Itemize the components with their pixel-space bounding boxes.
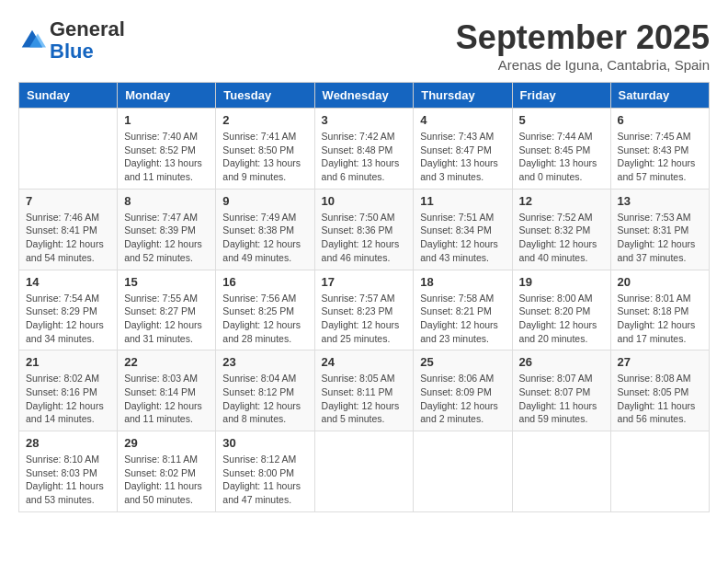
- day-number: 5: [519, 113, 604, 127]
- day-number: 11: [420, 194, 505, 208]
- day-info: Sunrise: 8:00 AM Sunset: 8:20 PM Dayligh…: [519, 292, 604, 346]
- day-cell: [414, 431, 512, 512]
- logo-icon: [18, 27, 46, 54]
- col-header-monday: Monday: [118, 83, 216, 109]
- week-row-5: 28Sunrise: 8:10 AM Sunset: 8:03 PM Dayli…: [19, 431, 710, 512]
- day-info: Sunrise: 8:03 AM Sunset: 8:14 PM Dayligh…: [124, 372, 209, 426]
- day-number: 4: [420, 113, 505, 127]
- day-number: 30: [222, 436, 307, 450]
- day-info: Sunrise: 7:53 AM Sunset: 8:31 PM Dayligh…: [618, 211, 702, 265]
- week-row-2: 7Sunrise: 7:46 AM Sunset: 8:41 PM Daylig…: [19, 189, 710, 270]
- day-number: 1: [124, 113, 209, 127]
- day-info: Sunrise: 8:12 AM Sunset: 8:00 PM Dayligh…: [222, 453, 307, 507]
- day-cell: 30Sunrise: 8:12 AM Sunset: 8:00 PM Dayli…: [216, 431, 314, 512]
- day-number: 12: [519, 194, 604, 208]
- day-info: Sunrise: 8:06 AM Sunset: 8:09 PM Dayligh…: [420, 372, 505, 426]
- day-cell: 4Sunrise: 7:43 AM Sunset: 8:47 PM Daylig…: [414, 109, 512, 190]
- day-cell: 12Sunrise: 7:52 AM Sunset: 8:32 PM Dayli…: [512, 189, 610, 270]
- day-info: Sunrise: 7:44 AM Sunset: 8:45 PM Dayligh…: [519, 130, 604, 184]
- day-cell: 9Sunrise: 7:49 AM Sunset: 8:38 PM Daylig…: [216, 189, 314, 270]
- day-cell: 15Sunrise: 7:55 AM Sunset: 8:27 PM Dayli…: [118, 270, 216, 350]
- day-number: 8: [124, 194, 209, 208]
- day-info: Sunrise: 7:40 AM Sunset: 8:52 PM Dayligh…: [124, 130, 209, 184]
- logo: General Blue: [18, 18, 125, 63]
- day-number: 21: [26, 355, 110, 369]
- title-area: September 2025 Arenas de Iguna, Cantabri…: [456, 18, 710, 73]
- day-info: Sunrise: 8:04 AM Sunset: 8:12 PM Dayligh…: [222, 372, 307, 426]
- day-cell: 23Sunrise: 8:04 AM Sunset: 8:12 PM Dayli…: [216, 350, 314, 431]
- day-cell: 7Sunrise: 7:46 AM Sunset: 8:41 PM Daylig…: [19, 189, 118, 270]
- day-info: Sunrise: 7:46 AM Sunset: 8:41 PM Dayligh…: [26, 211, 110, 265]
- day-cell: [512, 431, 610, 512]
- day-number: 14: [26, 275, 110, 289]
- day-info: Sunrise: 7:42 AM Sunset: 8:48 PM Dayligh…: [322, 130, 407, 184]
- day-cell: [314, 431, 414, 512]
- col-header-thursday: Thursday: [414, 83, 512, 109]
- day-number: 2: [222, 113, 307, 127]
- day-info: Sunrise: 7:45 AM Sunset: 8:43 PM Dayligh…: [618, 130, 702, 184]
- day-cell: [610, 431, 709, 512]
- day-info: Sunrise: 7:58 AM Sunset: 8:21 PM Dayligh…: [420, 292, 505, 346]
- day-number: 15: [124, 275, 209, 289]
- day-cell: 2Sunrise: 7:41 AM Sunset: 8:50 PM Daylig…: [216, 109, 314, 190]
- day-number: 29: [124, 436, 209, 450]
- day-cell: 13Sunrise: 7:53 AM Sunset: 8:31 PM Dayli…: [610, 189, 709, 270]
- col-header-friday: Friday: [512, 83, 610, 109]
- day-info: Sunrise: 8:11 AM Sunset: 8:02 PM Dayligh…: [124, 453, 209, 507]
- week-row-3: 14Sunrise: 7:54 AM Sunset: 8:29 PM Dayli…: [19, 270, 710, 350]
- day-info: Sunrise: 7:50 AM Sunset: 8:36 PM Dayligh…: [322, 211, 407, 265]
- day-info: Sunrise: 7:55 AM Sunset: 8:27 PM Dayligh…: [124, 292, 209, 346]
- day-number: 22: [124, 355, 209, 369]
- day-info: Sunrise: 7:47 AM Sunset: 8:39 PM Dayligh…: [124, 211, 209, 265]
- day-cell: 27Sunrise: 8:08 AM Sunset: 8:05 PM Dayli…: [610, 350, 709, 431]
- day-info: Sunrise: 7:49 AM Sunset: 8:38 PM Dayligh…: [222, 211, 307, 265]
- day-cell: 21Sunrise: 8:02 AM Sunset: 8:16 PM Dayli…: [19, 350, 118, 431]
- day-info: Sunrise: 7:52 AM Sunset: 8:32 PM Dayligh…: [519, 211, 604, 265]
- day-info: Sunrise: 7:43 AM Sunset: 8:47 PM Dayligh…: [420, 130, 505, 184]
- day-number: 9: [222, 194, 307, 208]
- day-number: 28: [26, 436, 110, 450]
- day-number: 18: [420, 275, 505, 289]
- calendar: SundayMondayTuesdayWednesdayThursdayFrid…: [18, 82, 710, 512]
- day-number: 17: [322, 275, 407, 289]
- day-number: 19: [519, 275, 604, 289]
- col-header-saturday: Saturday: [610, 83, 709, 109]
- day-cell: 18Sunrise: 7:58 AM Sunset: 8:21 PM Dayli…: [414, 270, 512, 350]
- day-number: 7: [26, 194, 110, 208]
- day-cell: 14Sunrise: 7:54 AM Sunset: 8:29 PM Dayli…: [19, 270, 118, 350]
- col-header-sunday: Sunday: [19, 83, 118, 109]
- day-info: Sunrise: 7:54 AM Sunset: 8:29 PM Dayligh…: [26, 292, 110, 346]
- day-cell: [19, 109, 118, 190]
- week-row-4: 21Sunrise: 8:02 AM Sunset: 8:16 PM Dayli…: [19, 350, 710, 431]
- day-number: 25: [420, 355, 505, 369]
- week-row-1: 1Sunrise: 7:40 AM Sunset: 8:52 PM Daylig…: [19, 109, 710, 190]
- day-info: Sunrise: 7:56 AM Sunset: 8:25 PM Dayligh…: [222, 292, 307, 346]
- day-info: Sunrise: 8:10 AM Sunset: 8:03 PM Dayligh…: [26, 453, 110, 507]
- day-number: 23: [222, 355, 307, 369]
- day-cell: 5Sunrise: 7:44 AM Sunset: 8:45 PM Daylig…: [512, 109, 610, 190]
- day-number: 24: [322, 355, 407, 369]
- day-info: Sunrise: 8:08 AM Sunset: 8:05 PM Dayligh…: [618, 372, 702, 426]
- day-cell: 10Sunrise: 7:50 AM Sunset: 8:36 PM Dayli…: [314, 189, 414, 270]
- day-cell: 29Sunrise: 8:11 AM Sunset: 8:02 PM Dayli…: [118, 431, 216, 512]
- day-info: Sunrise: 7:41 AM Sunset: 8:50 PM Dayligh…: [222, 130, 307, 184]
- day-info: Sunrise: 7:57 AM Sunset: 8:23 PM Dayligh…: [322, 292, 407, 346]
- day-cell: 16Sunrise: 7:56 AM Sunset: 8:25 PM Dayli…: [216, 270, 314, 350]
- day-cell: 6Sunrise: 7:45 AM Sunset: 8:43 PM Daylig…: [610, 109, 709, 190]
- day-number: 16: [222, 275, 307, 289]
- location: Arenas de Iguna, Cantabria, Spain: [456, 57, 710, 73]
- day-info: Sunrise: 8:05 AM Sunset: 8:11 PM Dayligh…: [322, 372, 407, 426]
- day-cell: 25Sunrise: 8:06 AM Sunset: 8:09 PM Dayli…: [414, 350, 512, 431]
- day-cell: 22Sunrise: 8:03 AM Sunset: 8:14 PM Dayli…: [118, 350, 216, 431]
- logo-general: General: [50, 17, 125, 40]
- day-cell: 17Sunrise: 7:57 AM Sunset: 8:23 PM Dayli…: [314, 270, 414, 350]
- col-header-wednesday: Wednesday: [314, 83, 414, 109]
- logo-blue: Blue: [50, 40, 94, 63]
- logo-text: General Blue: [50, 18, 125, 63]
- day-cell: 3Sunrise: 7:42 AM Sunset: 8:48 PM Daylig…: [314, 109, 414, 190]
- month-title: September 2025: [456, 18, 710, 57]
- day-cell: 26Sunrise: 8:07 AM Sunset: 8:07 PM Dayli…: [512, 350, 610, 431]
- day-cell: 1Sunrise: 7:40 AM Sunset: 8:52 PM Daylig…: [118, 109, 216, 190]
- day-cell: 11Sunrise: 7:51 AM Sunset: 8:34 PM Dayli…: [414, 189, 512, 270]
- day-cell: 19Sunrise: 8:00 AM Sunset: 8:20 PM Dayli…: [512, 270, 610, 350]
